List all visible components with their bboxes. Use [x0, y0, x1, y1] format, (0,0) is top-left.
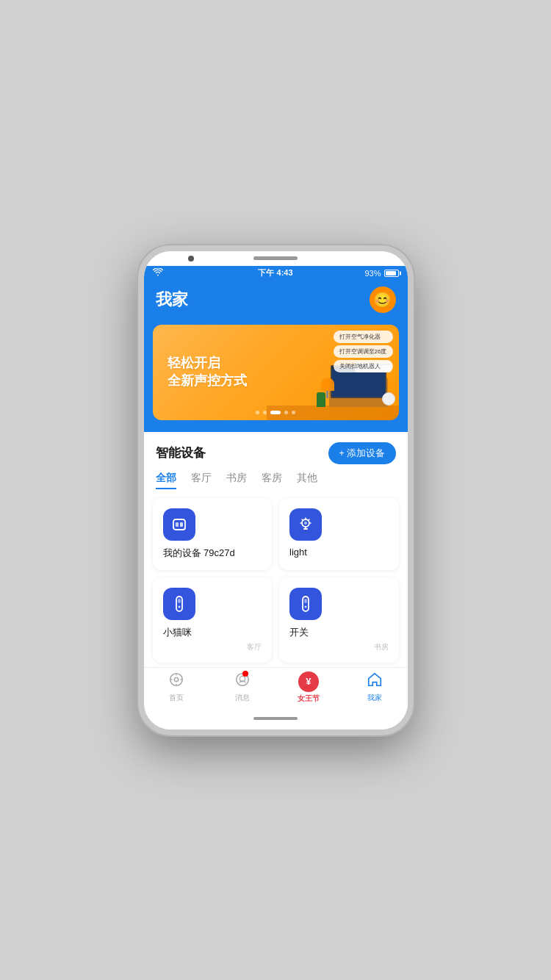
bottom-nav: 首页 消息 ¥ 女王节 [144, 667, 408, 707]
status-time: 下午 4:43 [258, 267, 292, 278]
device-icon-wrap-3 [163, 588, 195, 620]
dot-2 [263, 411, 267, 414]
device-name-1: 我的设备 79c27d [163, 547, 262, 560]
remote-icon-3 [170, 595, 188, 613]
banner-text1: 轻松开启 全新声控方式 [168, 355, 247, 389]
nav-message-label: 消息 [235, 693, 250, 703]
avatar[interactable]: 😊 [370, 287, 396, 313]
remote-icon-4 [297, 595, 314, 613]
svg-point-19 [175, 677, 179, 682]
bubble-2: 打开空调调至26度 [334, 345, 393, 358]
add-device-button[interactable]: + 添加设备 [328, 442, 395, 464]
queen-icon: ¥ [298, 671, 319, 692]
devices-section: 智能设备 + 添加设备 全部 客厅 书房 客房 其他 [144, 432, 408, 667]
wifi-icon [153, 268, 163, 278]
nav-home-label: 首页 [169, 693, 184, 703]
bubble-3: 关闭扫地机器人 [334, 360, 393, 372]
nav-queen-label: 女王节 [298, 693, 320, 704]
nav-message[interactable]: 消息 [209, 668, 276, 707]
home-bar [253, 717, 298, 720]
header-title: 我家 [156, 289, 188, 311]
svg-point-5 [304, 522, 307, 525]
status-left [153, 268, 163, 278]
speaker [253, 256, 298, 260]
tab-study[interactable]: 书房 [226, 472, 247, 489]
banner-text-area: 轻松开启 全新声控方式 [153, 343, 262, 401]
device-icon-wrap-4 [289, 588, 322, 620]
status-right: 93% [364, 269, 398, 278]
nav-my-home-label: 我家 [367, 693, 382, 703]
banner-container: 轻松开启 全新声控方式 打开空气净化器 打开空调调至26度 关闭扫地机器人 [144, 325, 408, 432]
device-card-1[interactable]: 我的设备 79c27d [153, 498, 273, 570]
svg-rect-7 [178, 599, 181, 603]
tab-other[interactable]: 其他 [297, 472, 317, 489]
tab-all[interactable]: 全部 [156, 472, 176, 489]
device-room-4: 书房 [289, 642, 389, 652]
voice-bubbles: 打开空气净化器 打开空调调至26度 关闭扫地机器人 [334, 331, 393, 372]
tab-bedroom[interactable]: 客房 [262, 472, 282, 489]
device-card-2[interactable]: light [279, 498, 399, 570]
nav-queen[interactable]: ¥ 女王节 [276, 668, 342, 707]
dot-1 [256, 411, 259, 414]
banner-dots [256, 411, 295, 414]
phone-notch [144, 251, 408, 266]
device-icon-wrap-1 [163, 508, 195, 541]
nav-home[interactable]: 首页 [144, 668, 210, 707]
svg-rect-2 [180, 522, 183, 527]
phone-frame: 下午 4:43 93% 我家 😊 轻松开启 全新声控方式 [138, 245, 414, 735]
device-grid: 我的设备 79c27d [144, 498, 408, 667]
device-room-3: 客厅 [163, 642, 262, 652]
header: 我家 😊 [144, 281, 408, 325]
light-icon [297, 516, 314, 533]
devices-header: 智能设备 + 添加设备 [144, 432, 408, 472]
bubble-1: 打开空气净化器 [334, 331, 393, 343]
device-card-3[interactable]: 小猫咪 客厅 [153, 577, 273, 663]
tab-living-room[interactable]: 客厅 [191, 472, 212, 489]
svg-point-11 [305, 605, 307, 608]
device-card-4[interactable]: 开关 书房 [279, 577, 399, 663]
message-badge [242, 671, 248, 677]
devices-title: 智能设备 [156, 444, 206, 461]
battery-icon [384, 270, 399, 277]
battery-fill [386, 271, 396, 275]
camera [188, 256, 194, 262]
dot-3 [270, 411, 281, 414]
explore-icon [168, 671, 184, 691]
home-indicator [144, 707, 408, 729]
dot-5 [292, 411, 295, 414]
dot-4 [284, 411, 288, 414]
nav-my-home[interactable]: 我家 [342, 668, 408, 707]
device-name-4: 开关 [289, 626, 389, 639]
svg-point-8 [178, 605, 180, 608]
svg-rect-0 [173, 519, 185, 530]
app-content: 我家 😊 轻松开启 全新声控方式 打开空气净化器 打开空调调至26度 关闭扫地机… [144, 281, 408, 667]
device-name-3: 小猫咪 [163, 626, 262, 639]
svg-rect-10 [304, 599, 307, 603]
device-name-2: light [289, 547, 389, 558]
device-icon-wrap-2 [289, 508, 322, 541]
my-home-icon [367, 671, 383, 691]
banner[interactable]: 轻松开启 全新声控方式 打开空气净化器 打开空调调至26度 关闭扫地机器人 [153, 325, 399, 420]
switch-icon [170, 516, 188, 533]
filter-tabs: 全部 客厅 书房 客房 其他 [144, 472, 408, 489]
battery-text: 93% [364, 269, 381, 278]
status-bar: 下午 4:43 93% [144, 266, 408, 281]
